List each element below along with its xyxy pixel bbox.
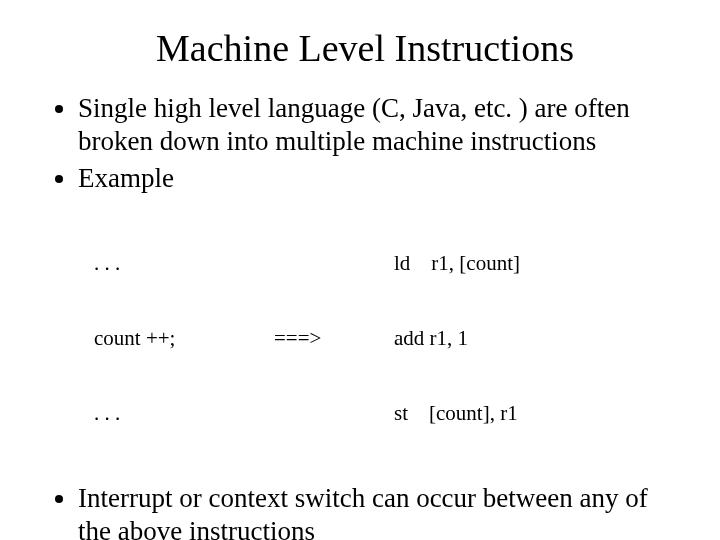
source-line-3: . . .: [94, 401, 274, 426]
source-line-2: count ++;: [94, 326, 274, 351]
bullet-2: Example: [78, 162, 680, 195]
bullet-1: Single high level language (C, Java, etc…: [78, 92, 680, 158]
asm-line-3: st [count], r1: [394, 401, 614, 426]
arrow-column: ===>: [274, 276, 394, 401]
bullet-list: Single high level language (C, Java, etc…: [50, 92, 680, 195]
slide: Machine Level Instructions Single high l…: [0, 0, 720, 540]
example-block: . . . count ++; . . . ===> ld r1, [count…: [94, 201, 680, 476]
source-line-1: . . .: [94, 251, 274, 276]
bullet-list-2: Interrupt or context switch can occur be…: [50, 482, 680, 540]
asm-line-1: ld r1, [count]: [394, 251, 614, 276]
arrow: ===>: [274, 326, 394, 351]
slide-title: Machine Level Instructions: [50, 26, 680, 70]
assembly-column: ld r1, [count] add r1, 1 st [count], r1: [394, 201, 614, 476]
source-code-column: . . . count ++; . . .: [94, 201, 274, 476]
bullet-3: Interrupt or context switch can occur be…: [78, 482, 680, 540]
asm-line-2: add r1, 1: [394, 326, 614, 351]
